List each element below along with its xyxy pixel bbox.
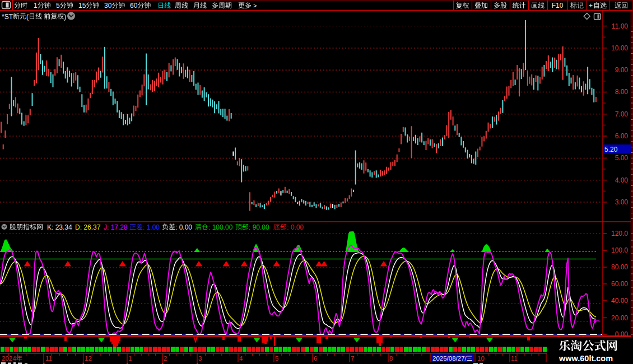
svg-text:2: 2 [164, 355, 167, 362]
svg-text:3: 3 [198, 355, 202, 362]
svg-text:15: 15 [78, 2, 86, 10]
svg-text:: 100.00: : 100.00 [208, 223, 233, 231]
svg-text:60.00: 60.00 [611, 280, 628, 288]
svg-text:*ST: *ST [2, 13, 13, 21]
svg-text:www.60lt.com: www.60lt.com [558, 354, 613, 363]
svg-text:0.00: 0.00 [615, 330, 629, 338]
svg-text:100.0: 100.0 [611, 246, 628, 254]
svg-text:4: 4 [239, 355, 243, 362]
svg-text:30: 30 [104, 2, 112, 10]
svg-text:8: 8 [389, 355, 393, 362]
svg-text:5: 5 [56, 2, 60, 10]
svg-text:): ) [64, 13, 66, 21]
svg-text:9.00: 9.00 [615, 66, 629, 74]
svg-text:>: > [253, 2, 257, 9]
svg-text:3.00: 3.00 [615, 198, 629, 206]
svg-text:60: 60 [130, 2, 138, 10]
svg-text:D: 26.37: D: 26.37 [75, 223, 101, 231]
svg-text:J: 17.28: J: 17.28 [104, 223, 128, 231]
svg-text:20.00: 20.00 [611, 314, 628, 322]
svg-text:: 0.00: : 0.00 [175, 223, 192, 231]
svg-text:2025/08/27/: 2025/08/27/ [432, 355, 467, 362]
svg-text:7.00: 7.00 [615, 110, 629, 118]
svg-text:K: 23.34: K: 23.34 [47, 223, 72, 231]
svg-text:8.00: 8.00 [615, 88, 629, 96]
svg-text:10: 10 [477, 355, 485, 362]
svg-text:10.00: 10.00 [611, 44, 628, 52]
svg-text:7: 7 [351, 355, 354, 362]
svg-text:120.0: 120.0 [611, 230, 628, 237]
svg-text:12: 12 [85, 355, 92, 362]
svg-text:1: 1 [128, 355, 132, 362]
svg-text:80.00: 80.00 [611, 263, 628, 271]
svg-text:: 1.00: : 1.00 [143, 223, 160, 231]
svg-text:1: 1 [34, 2, 38, 10]
svg-text:(: ( [26, 13, 29, 21]
svg-text:6: 6 [314, 355, 317, 362]
svg-text:5.00: 5.00 [615, 154, 629, 162]
svg-text:: 90.00: : 90.00 [249, 223, 269, 231]
svg-text:6.00: 6.00 [615, 132, 629, 140]
svg-text:11: 11 [45, 355, 52, 362]
svg-text:F10: F10 [552, 2, 564, 10]
svg-text:+: + [589, 2, 593, 10]
svg-text:11.00: 11.00 [612, 22, 628, 30]
svg-text:40.00: 40.00 [611, 297, 628, 305]
svg-text:5: 5 [275, 355, 278, 362]
svg-text:4.00: 4.00 [615, 176, 629, 184]
svg-text:11: 11 [511, 355, 518, 362]
svg-text:2024: 2024 [2, 355, 16, 362]
svg-text:: 0.00: : 0.00 [287, 223, 304, 231]
svg-text:5.20: 5.20 [604, 146, 618, 153]
